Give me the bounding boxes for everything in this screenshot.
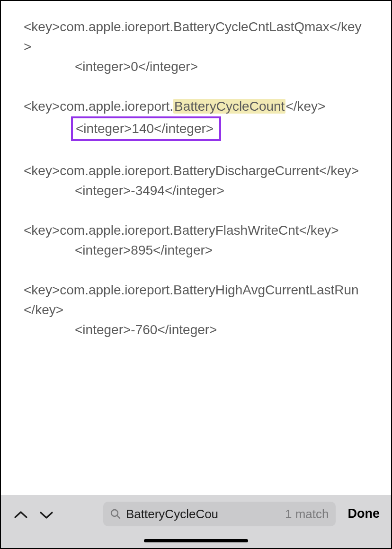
- home-indicator[interactable]: [144, 539, 248, 542]
- chevron-up-icon: [14, 510, 28, 520]
- svg-line-1: [117, 516, 120, 519]
- integer-line: <integer>-760</integer>: [24, 320, 368, 340]
- key-line: <key>com.apple.ioreport.BatteryFlashWrit…: [24, 221, 368, 240]
- integer-line: <integer>-3494</integer>: [24, 181, 368, 201]
- key-line: <key>com.apple.ioreport.BatteryCycleCoun…: [24, 97, 368, 116]
- key-line: <key>com.apple.ioreport.BatteryDischarge…: [24, 161, 368, 181]
- chevron-down-icon: [39, 510, 53, 520]
- done-button[interactable]: Done: [344, 502, 384, 521]
- search-highlight: BatteryCycleCount: [173, 99, 285, 114]
- integer-line: <integer>895</integer>: [24, 240, 368, 260]
- previous-match-button[interactable]: [12, 506, 29, 523]
- annotation-box: <integer>140</integer>: [71, 116, 221, 141]
- plist-content: <key>com.apple.ioreport.BatteryCycleCntL…: [1, 1, 391, 340]
- next-match-button[interactable]: [38, 506, 55, 523]
- integer-line: <integer>0</integer>: [24, 57, 368, 77]
- key-line: <key>com.apple.ioreport.BatteryHighAvgCu…: [24, 280, 368, 320]
- plist-entry: <key>com.apple.ioreport.BatteryCycleCoun…: [24, 97, 368, 141]
- nav-arrows-group: [9, 502, 55, 523]
- plist-entry: <key>com.apple.ioreport.BatteryFlashWrit…: [24, 221, 368, 260]
- plist-entry: <key>com.apple.ioreport.BatteryHighAvgCu…: [24, 280, 368, 340]
- search-icon: [110, 508, 121, 520]
- key-line: <key>com.apple.ioreport.BatteryCycleCntL…: [24, 17, 368, 57]
- plist-entry: <key>com.apple.ioreport.BatteryCycleCntL…: [24, 17, 368, 77]
- search-input-text: BatteryCycleCou: [126, 507, 283, 522]
- match-count-label: 1 match: [283, 507, 329, 522]
- search-input[interactable]: BatteryCycleCou 1 match: [103, 502, 336, 526]
- plist-entry: <key>com.apple.ioreport.BatteryDischarge…: [24, 161, 368, 201]
